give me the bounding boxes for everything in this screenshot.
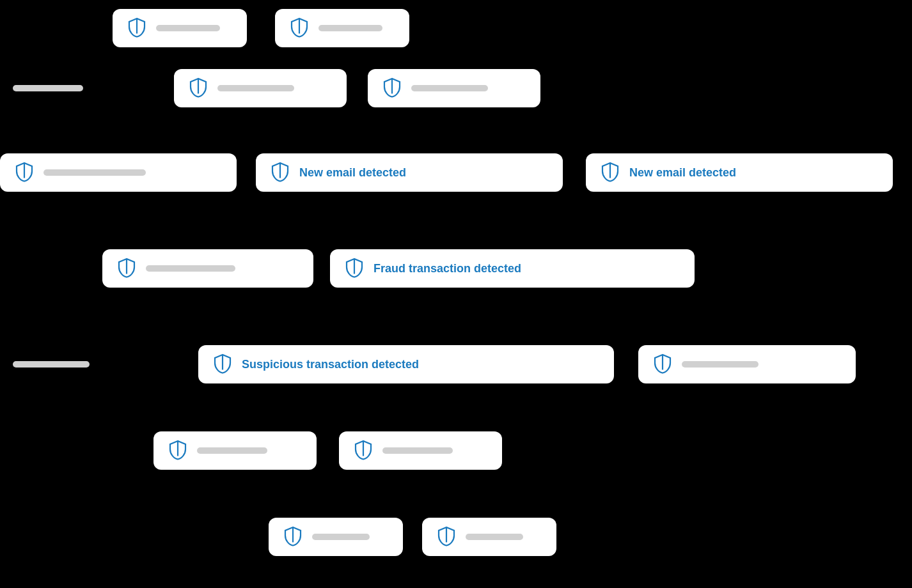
card-r2-c2[interactable] bbox=[368, 69, 540, 107]
placeholder-text bbox=[197, 447, 267, 454]
placeholder-text bbox=[13, 85, 83, 91]
shield-icon bbox=[269, 161, 292, 184]
card-r5-c0[interactable] bbox=[0, 345, 173, 383]
card-r1-c1[interactable] bbox=[113, 9, 247, 47]
card-r2-c0[interactable] bbox=[0, 69, 144, 107]
shield-icon bbox=[288, 17, 311, 40]
shield-icon bbox=[651, 353, 674, 376]
suspicious-transaction-label: Suspicious transaction detected bbox=[242, 358, 419, 371]
placeholder-text bbox=[156, 25, 220, 31]
new-email-detected-label-1: New email detected bbox=[299, 166, 406, 180]
shield-icon bbox=[211, 353, 234, 376]
card-r6-c0[interactable] bbox=[153, 431, 317, 470]
card-r7-c0[interactable] bbox=[269, 518, 403, 556]
card-fraud-transaction[interactable]: Fraud transaction detected bbox=[330, 249, 695, 288]
card-r7-c1[interactable] bbox=[422, 518, 556, 556]
card-new-email-1[interactable]: New email detected bbox=[256, 153, 563, 192]
shield-icon bbox=[352, 439, 375, 462]
card-r6-c1[interactable] bbox=[339, 431, 502, 470]
shield-icon bbox=[343, 257, 366, 280]
shield-icon bbox=[166, 439, 189, 462]
card-r4-c0[interactable] bbox=[102, 249, 313, 288]
main-canvas: New email detected New email detected Fr… bbox=[0, 0, 912, 588]
shield-icon bbox=[599, 161, 622, 184]
card-new-email-2[interactable]: New email detected bbox=[586, 153, 893, 192]
placeholder-text bbox=[312, 534, 370, 540]
shield-icon bbox=[13, 161, 36, 184]
fraud-transaction-label: Fraud transaction detected bbox=[373, 262, 521, 275]
shield-icon bbox=[115, 257, 138, 280]
card-suspicious-transaction[interactable]: Suspicious transaction detected bbox=[198, 345, 614, 383]
placeholder-text bbox=[382, 447, 453, 454]
card-r2-c1[interactable] bbox=[174, 69, 347, 107]
placeholder-text bbox=[318, 25, 382, 31]
placeholder-text bbox=[13, 361, 90, 368]
placeholder-text bbox=[682, 361, 759, 368]
placeholder-text bbox=[411, 85, 488, 91]
card-r5-c2[interactable] bbox=[638, 345, 856, 383]
shield-icon bbox=[125, 17, 148, 40]
shield-icon bbox=[281, 525, 304, 548]
placeholder-text bbox=[43, 169, 146, 176]
placeholder-text bbox=[146, 265, 235, 272]
shield-icon bbox=[187, 77, 210, 100]
card-r3-c0[interactable] bbox=[0, 153, 237, 192]
card-r1-c2[interactable] bbox=[275, 9, 409, 47]
placeholder-text bbox=[217, 85, 294, 91]
new-email-detected-label-2: New email detected bbox=[629, 166, 736, 180]
shield-icon bbox=[381, 77, 404, 100]
shield-icon bbox=[435, 525, 458, 548]
placeholder-text bbox=[466, 534, 523, 540]
